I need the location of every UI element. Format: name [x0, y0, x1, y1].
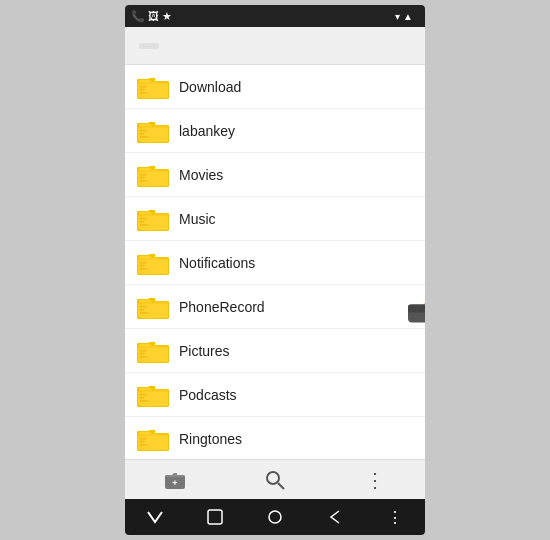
svg-point-98 — [267, 472, 279, 484]
list-item[interactable]: Movies — [125, 153, 425, 197]
file-list: Download labankey Movies Musi — [125, 65, 425, 459]
list-item[interactable]: Ringtones — [125, 417, 425, 459]
svg-rect-100 — [208, 510, 222, 524]
status-bar: 📞 🖼 ★ ▾ ▲ — [125, 5, 425, 27]
breadcrumb-bar — [125, 27, 425, 65]
signal-icon: ▲ — [403, 11, 413, 22]
svg-line-99 — [278, 483, 284, 489]
folder-icon — [137, 337, 169, 365]
star-icon: ★ — [162, 10, 172, 23]
list-item[interactable]: Pictures — [125, 329, 425, 373]
file-name-label: labankey — [179, 123, 413, 139]
folder-icon — [137, 73, 169, 101]
svg-text:+: + — [172, 478, 177, 488]
action-bar: + ⋮ — [125, 459, 425, 499]
file-name-label: Music — [179, 211, 413, 227]
file-name-label: Download — [179, 79, 413, 95]
svg-rect-5 — [138, 82, 168, 84]
folder-icon — [137, 117, 169, 145]
svg-rect-91 — [138, 434, 168, 436]
folder-icon — [137, 249, 169, 277]
svg-rect-75 — [138, 346, 142, 362]
circle-button[interactable] — [255, 509, 295, 525]
svg-rect-71 — [138, 346, 168, 348]
location-icon: ▾ — [395, 11, 400, 22]
folder-icon — [137, 205, 169, 233]
image-icon: 🖼 — [148, 10, 159, 22]
svg-rect-15 — [138, 126, 168, 128]
list-item[interactable]: Podcasts — [125, 373, 425, 417]
svg-point-101 — [269, 511, 281, 523]
more-options-button[interactable]: ⋮ — [355, 462, 395, 498]
svg-rect-35 — [138, 214, 168, 216]
list-item[interactable]: Music — [125, 197, 425, 241]
home-nav-button[interactable] — [195, 509, 235, 525]
file-name-label: Notifications — [179, 255, 413, 271]
svg-rect-25 — [138, 170, 168, 172]
prev-button[interactable] — [315, 509, 355, 525]
svg-rect-85 — [138, 390, 142, 406]
svg-rect-81 — [138, 390, 168, 392]
search-button[interactable] — [255, 462, 295, 498]
file-name-label: PhoneRecord — [179, 299, 413, 315]
more-nav-button[interactable]: ⋮ — [375, 508, 415, 527]
svg-rect-59 — [138, 302, 142, 318]
file-name-label: Ringtones — [179, 431, 413, 447]
breadcrumb-item[interactable] — [139, 43, 159, 49]
svg-rect-95 — [138, 434, 142, 450]
svg-rect-39 — [138, 214, 142, 230]
status-right-info: ▾ ▲ — [395, 11, 419, 22]
phone-icon: 📞 — [131, 10, 145, 23]
file-name-label: Pictures — [179, 343, 413, 359]
file-name-label: Podcasts — [179, 387, 413, 403]
svg-rect-55 — [138, 302, 168, 304]
status-left-icons: 📞 🖼 ★ — [131, 10, 172, 23]
svg-rect-49 — [138, 258, 142, 274]
svg-rect-19 — [138, 126, 142, 142]
svg-rect-45 — [138, 258, 168, 260]
svg-point-60 — [421, 295, 425, 325]
file-name-label: Movies — [179, 167, 413, 183]
svg-rect-9 — [138, 82, 142, 98]
list-item[interactable]: Notifications — [125, 241, 425, 285]
add-folder-button[interactable]: + — [155, 462, 195, 498]
back-button[interactable] — [135, 510, 175, 524]
folder-icon — [137, 381, 169, 409]
folder-icon — [137, 293, 169, 321]
svg-rect-29 — [138, 170, 142, 186]
list-item[interactable]: Download — [125, 65, 425, 109]
phone-container: 📞 🖼 ★ ▾ ▲ Download — [125, 5, 425, 535]
folder-icon — [137, 161, 169, 189]
list-item[interactable]: PhoneRecord — [125, 285, 425, 329]
folder-icon — [137, 425, 169, 453]
nav-bar: ⋮ — [125, 499, 425, 535]
list-item[interactable]: labankey — [125, 109, 425, 153]
